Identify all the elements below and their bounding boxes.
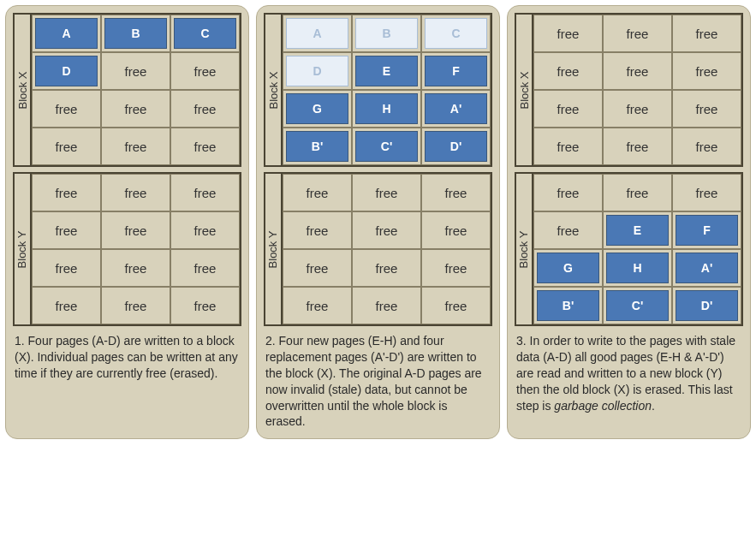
free-label: free	[125, 186, 147, 200]
free-label: free	[627, 186, 649, 200]
free-page-cell: free	[421, 249, 491, 287]
free-page-cell: free	[101, 174, 170, 211]
free-page-cell: free	[352, 287, 421, 324]
block-label-text: Block Y	[518, 230, 531, 268]
valid-page-cell: D	[32, 52, 101, 90]
valid-page-cell: F	[421, 52, 491, 90]
free-page-cell: free	[101, 52, 170, 90]
valid-page-cell: G	[283, 90, 352, 128]
free-page-cell: free	[421, 287, 491, 324]
panel: Block XABCDfreefreefreefreefreefreefreef…	[5, 5, 249, 439]
free-page-cell: free	[101, 249, 170, 287]
block-label-text: Block X	[16, 71, 29, 109]
free-label: free	[696, 140, 718, 154]
page-box: D'	[676, 290, 738, 321]
free-page-cell: free	[283, 211, 352, 249]
free-page-cell: free	[672, 174, 741, 211]
block-label: Block Y	[515, 172, 532, 326]
free-page-cell: free	[32, 128, 101, 165]
free-label: free	[557, 186, 580, 200]
blocks-container: Block XABCDfreefreefreefreefreefreefreef…	[13, 13, 241, 326]
valid-page-cell: C	[170, 15, 240, 52]
block-label-text: Block Y	[16, 230, 29, 268]
block-label-text: Block Y	[267, 230, 280, 268]
free-label: free	[376, 261, 398, 276]
page-box: C	[425, 18, 487, 49]
valid-page-cell: F	[672, 211, 741, 249]
free-page-cell: free	[533, 90, 603, 128]
page-box: D	[286, 56, 348, 86]
free-label: free	[696, 64, 718, 79]
free-label: free	[307, 261, 329, 276]
valid-page-cell: H	[352, 90, 421, 128]
block-label-text: Block X	[267, 71, 280, 109]
free-page-cell: free	[672, 128, 741, 165]
free-label: free	[627, 64, 649, 79]
free-label: free	[627, 27, 649, 41]
stale-page-cell: B	[352, 15, 421, 52]
free-page-cell: free	[603, 128, 672, 165]
free-label: free	[56, 299, 78, 313]
free-label: free	[376, 299, 398, 313]
valid-page-cell: B	[101, 15, 170, 52]
free-label: free	[696, 186, 718, 200]
page-box: A'	[676, 253, 738, 283]
free-label: free	[445, 261, 467, 276]
panel-caption: 2. Four new pages (E-H) and four replace…	[264, 333, 492, 430]
free-page-cell: free	[283, 249, 352, 287]
free-label: free	[194, 102, 217, 116]
panel: Block Xfreefreefreefreefreefreefreefreef…	[507, 5, 751, 439]
blocks-container: Block Xfreefreefreefreefreefreefreefreef…	[515, 13, 743, 326]
block-label: Block X	[264, 13, 281, 167]
free-page-cell: free	[352, 249, 421, 287]
free-label: free	[125, 299, 147, 313]
free-label: free	[557, 102, 580, 116]
valid-page-cell: H	[603, 249, 672, 287]
free-page-cell: free	[170, 90, 240, 128]
free-label: free	[557, 27, 580, 41]
free-page-cell: free	[170, 287, 240, 324]
free-page-cell: free	[352, 211, 421, 249]
free-page-cell: free	[672, 90, 741, 128]
free-page-cell: free	[32, 174, 101, 211]
page-box: F	[676, 215, 738, 246]
free-label: free	[56, 186, 78, 200]
page-grid: ABCDfreefreefreefreefreefreefreefree	[30, 13, 241, 167]
free-page-cell: free	[533, 128, 603, 165]
block: Block Yfreefreefreefreefreefreefreefreef…	[264, 172, 492, 326]
free-page-cell: free	[672, 52, 741, 90]
free-page-cell: free	[101, 211, 170, 249]
stale-page-cell: C	[421, 15, 491, 52]
free-page-cell: free	[603, 90, 672, 128]
blocks-container: Block XABCDEFGHA'B'C'D'Block Yfreefreefr…	[264, 13, 492, 326]
valid-page-cell: E	[352, 52, 421, 90]
page-box: F	[425, 56, 487, 86]
page-box: C	[174, 18, 236, 49]
free-page-cell: free	[421, 174, 491, 211]
stale-page-cell: D	[283, 52, 352, 90]
page-box: E	[355, 56, 418, 86]
free-page-cell: free	[533, 52, 603, 90]
free-label: free	[557, 140, 580, 154]
free-label: free	[307, 223, 329, 238]
page-box: D	[35, 56, 98, 86]
stale-page-cell: A	[283, 15, 352, 52]
free-label: free	[696, 102, 718, 116]
free-label: free	[627, 102, 649, 116]
block: Block Xfreefreefreefreefreefreefreefreef…	[515, 13, 743, 167]
valid-page-cell: G	[533, 249, 603, 287]
free-page-cell: free	[533, 15, 603, 52]
page-box: A	[35, 18, 98, 49]
free-page-cell: free	[101, 90, 170, 128]
block-label: Block Y	[264, 172, 281, 326]
free-label: free	[194, 261, 217, 276]
free-label: free	[194, 299, 217, 313]
panel-caption: 1. Four pages (A-D) are written to a blo…	[13, 333, 241, 382]
page-box: B	[104, 18, 167, 49]
free-page-cell: free	[170, 249, 240, 287]
valid-page-cell: B'	[283, 128, 352, 165]
page-grid: freefreefreefreefreefreefreefreefreefree…	[532, 13, 743, 167]
free-label: free	[125, 261, 147, 276]
free-page-cell: free	[170, 128, 240, 165]
block-label: Block Y	[13, 172, 30, 326]
